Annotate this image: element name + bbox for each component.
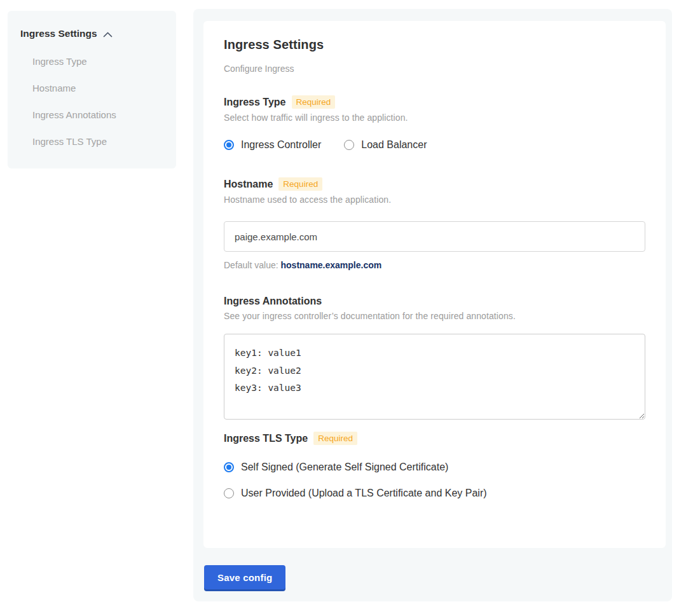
config-pane: Ingress Settings Configure Ingress Ingre… [193, 9, 672, 601]
section-ingress-tls-type: Ingress TLS Type Required Self Signed (G… [224, 432, 645, 499]
radio-user-provided[interactable]: User Provided (Upload a TLS Certificate … [224, 488, 645, 499]
group-title: Ingress Settings [224, 38, 645, 52]
sidebar-group-toggle[interactable]: Ingress Settings [20, 27, 163, 40]
radio-load-balancer[interactable]: Load Balancer [344, 139, 427, 151]
radio-selected-icon[interactable] [224, 462, 234, 472]
radio-unselected-icon[interactable] [224, 488, 234, 498]
sidebar-item-hostname[interactable]: Hostname [32, 83, 163, 93]
hostname-default-line: Default value: hostname.example.com [224, 260, 645, 270]
radio-selected-icon[interactable] [224, 140, 234, 150]
default-value-prefix: Default value: [224, 260, 281, 270]
save-config-button[interactable]: Save config [204, 565, 285, 589]
ingress-type-help: Select how traffic will ingress to the a… [224, 113, 645, 123]
sidebar-item-ingress-tls-type[interactable]: Ingress TLS Type [32, 137, 163, 147]
config-group-card: Ingress Settings Configure Ingress Ingre… [203, 21, 666, 548]
radio-self-signed[interactable]: Self Signed (Generate Self Signed Certif… [224, 462, 645, 473]
sidebar-item-ingress-type[interactable]: Ingress Type [32, 57, 163, 67]
tls-type-label: Ingress TLS Type [224, 433, 308, 444]
radio-ingress-controller-label[interactable]: Ingress Controller [241, 139, 321, 151]
group-description: Configure Ingress [224, 64, 645, 74]
radio-self-signed-label[interactable]: Self Signed (Generate Self Signed Certif… [241, 462, 448, 473]
hostname-input[interactable] [224, 221, 645, 252]
radio-user-provided-label[interactable]: User Provided (Upload a TLS Certificate … [241, 488, 487, 499]
radio-unselected-icon[interactable] [344, 140, 354, 150]
sidebar-item-ingress-annotations[interactable]: Ingress Annotations [32, 110, 163, 120]
required-badge: Required [313, 432, 357, 445]
required-badge: Required [278, 177, 322, 191]
config-nav-sidebar: Ingress Settings Ingress Type Hostname I… [8, 11, 176, 168]
section-ingress-annotations: Ingress Annotations See your ingress con… [224, 296, 645, 420]
section-ingress-type: Ingress Type Required Select how traffic… [224, 95, 645, 151]
ingress-type-label: Ingress Type [224, 97, 286, 108]
annotations-label: Ingress Annotations [224, 296, 322, 307]
sidebar-group-title[interactable]: Ingress Settings [20, 28, 97, 39]
section-hostname: Hostname Required Hostname used to acces… [224, 177, 645, 270]
annotations-textarea[interactable]: key1: value1 key2: value2 key3: value3 [224, 334, 645, 420]
annotations-help: See your ingress controller’s documentat… [224, 311, 645, 321]
hostname-label: Hostname [224, 179, 273, 190]
chevron-up-icon[interactable] [103, 29, 113, 40]
tls-type-radio-group: Self Signed (Generate Self Signed Certif… [224, 462, 645, 499]
radio-ingress-controller[interactable]: Ingress Controller [224, 139, 321, 151]
ingress-type-radio-group: Ingress Controller Load Balancer [224, 139, 645, 151]
required-badge: Required [292, 95, 336, 109]
default-value-text: hostname.example.com [281, 260, 382, 270]
radio-load-balancer-label[interactable]: Load Balancer [361, 139, 427, 151]
hostname-help: Hostname used to access the application. [224, 195, 645, 205]
